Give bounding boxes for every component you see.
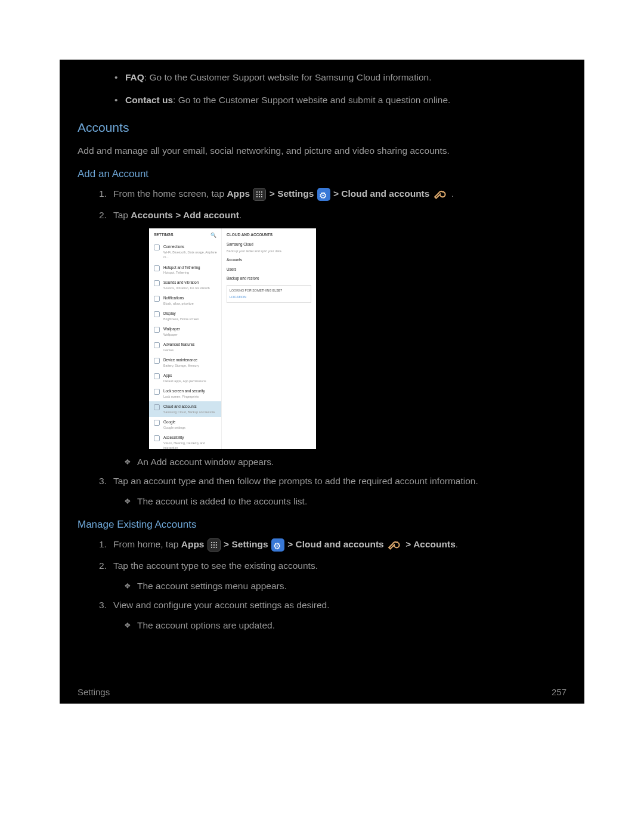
mock-row-sub: Default apps, App permissions	[163, 379, 206, 383]
mock-row: AppsDefault apps, App permissions	[149, 370, 221, 386]
mock-row-title: Wallpaper	[163, 326, 180, 332]
bullet-contact-bold: Contact us	[125, 95, 173, 105]
mock-row-sub: Wallpaper	[163, 332, 180, 337]
label-apps: Apps	[181, 539, 205, 549]
settings-screenshot: SETTINGS 🔍 ConnectionsWi-Fi, Bluetooth, …	[149, 228, 316, 449]
mock-row-icon	[154, 358, 160, 364]
label-settings: Settings	[277, 188, 314, 199]
mock-settings-label: SETTINGS	[154, 232, 174, 239]
mock-row-title: Notifications	[163, 295, 194, 301]
mock-row-icon	[154, 296, 160, 302]
bullet-faq-bold: FAQ	[125, 72, 144, 82]
mock-row-sub: Samsung Cloud, Backup and restore	[163, 410, 215, 414]
mock-right-pane: CLOUD AND ACCOUNTS Samsung Cloud Back up…	[222, 228, 316, 449]
mock-row: Lock screen and securityLock screen, Fin…	[149, 386, 221, 401]
key-icon	[433, 187, 448, 202]
mock-row-title: Lock screen and security	[163, 388, 205, 394]
mock-row-sub: Block, allow, prioritize	[163, 301, 194, 306]
page-footer: Settings 257	[78, 685, 566, 699]
mock-row-icon	[154, 389, 160, 395]
mock-row: WallpaperWallpaper	[149, 324, 221, 339]
apps-icon	[208, 538, 221, 552]
sub-added: The account is added to the accounts lis…	[113, 494, 566, 509]
m-step3-text: View and configure your account settings…	[113, 600, 329, 610]
mock-row-icon	[154, 342, 160, 348]
svg-point-1	[397, 542, 398, 544]
mock-row: NotificationsBlock, allow, prioritize	[149, 293, 221, 308]
mock-row: Cloud and accountsSamsung Cloud, Backup …	[149, 401, 221, 417]
m-sub2: The account settings menu appears.	[113, 579, 566, 593]
step-1: 1. From the home screen, tap Apps > Sett…	[113, 187, 566, 202]
mock-row-text: NotificationsBlock, allow, prioritize	[163, 295, 194, 306]
mock-row-sub: Wi-Fi, Bluetooth, Data usage, Airplane m…	[163, 250, 218, 259]
sep: >	[224, 539, 231, 549]
step-number: 3.	[99, 598, 107, 612]
bullet-faq: FAQ: Go to the Customer Support website …	[78, 70, 566, 85]
step3-text: Tap an account type and then follow the …	[113, 476, 478, 486]
mock-row-text: Sounds and vibrationSounds, Vibration, D…	[163, 280, 210, 290]
heading-add-account: Add an Account	[78, 166, 566, 182]
step-number: 1.	[99, 187, 107, 201]
mock-row-text: Hotspot and TetheringHotspot, Tethering	[163, 265, 200, 275]
period: .	[239, 210, 242, 220]
mock-row-title: Cloud and accounts	[163, 404, 215, 410]
mock-row-title: Google	[163, 419, 185, 425]
mock-row: Sounds and vibrationSounds, Vibration, D…	[149, 277, 221, 293]
mock-row: Hotspot and TetheringHotspot, Tethering	[149, 262, 221, 278]
mock-row-text: GoogleGoogle settings	[163, 419, 185, 430]
mock-row-sub: Google settings	[163, 425, 185, 430]
step-number: 2.	[99, 208, 107, 222]
mock-item: Users	[227, 267, 311, 272]
mock-row-text: Advanced featuresGames	[163, 342, 195, 352]
mock-row-icon	[154, 311, 160, 317]
mock-row-icon	[154, 327, 160, 333]
m-sub3: The account options are updated.	[113, 618, 566, 633]
mock-row-text: ConnectionsWi-Fi, Bluetooth, Data usage,…	[163, 244, 218, 259]
mock-row: AccessibilityVision, Hearing, Dexterity …	[149, 432, 221, 453]
footer-section: Settings	[78, 685, 110, 699]
sep: >	[333, 188, 341, 199]
mock-row-title: Device maintenance	[163, 357, 199, 363]
mock-row-title: Connections	[163, 244, 218, 250]
mock-right-header: CLOUD AND ACCOUNTS	[227, 232, 311, 238]
mock-row-title: Accessibility	[163, 435, 218, 441]
mock-row-sub: Battery, Storage, Memory	[163, 363, 199, 368]
manual-page: FAQ: Go to the Customer Support website …	[60, 60, 584, 704]
mock-row-sub: Sounds, Vibration, Do not disturb	[163, 286, 210, 290]
mock-left-pane: SETTINGS 🔍 ConnectionsWi-Fi, Bluetooth, …	[149, 228, 222, 449]
search-icon: 🔍	[210, 232, 216, 239]
mock-row-text: Lock screen and securityLock screen, Fin…	[163, 388, 205, 399]
m-step-3: 3. View and configure your account setti…	[113, 598, 566, 612]
mock-row-text: Device maintenanceBattery, Storage, Memo…	[163, 357, 199, 368]
key-icon	[387, 537, 402, 553]
sub-add-window: An Add account window appears.	[113, 455, 566, 469]
mock-look-link: LOCATION	[230, 295, 308, 300]
mock-item: Backup and restore	[227, 275, 311, 281]
mock-row-icon	[154, 420, 160, 426]
mock-row-text: WallpaperWallpaper	[163, 326, 180, 337]
label-cloud: Cloud and accounts	[296, 539, 384, 549]
mock-row-title: Hotspot and Tethering	[163, 265, 200, 271]
mock-row-sub: Brightness, Home screen	[163, 317, 199, 321]
m-step-1: 1. From home, tap Apps > Settings > Clou…	[113, 537, 566, 553]
m-step-2: 2. Tap the account type to see the exist…	[113, 559, 566, 573]
m-step1-pre: From home, tap	[113, 539, 181, 549]
svg-point-0	[442, 191, 444, 193]
mock-row-sub: Games	[163, 348, 195, 352]
heading-manage-accounts: Manage Existing Accounts	[78, 517, 566, 532]
step-number: 2.	[99, 559, 107, 573]
label-cloud: Cloud and accounts	[341, 188, 429, 199]
m-step2-text: Tap the account type to see the existing…	[113, 561, 318, 571]
mock-row: DisplayBrightness, Home screen	[149, 308, 221, 324]
mock-row-icon	[154, 404, 160, 410]
step-2: 2. Tap Accounts > Add account.	[113, 208, 566, 222]
manage-steps: 1. From home, tap Apps > Settings > Clou…	[78, 537, 566, 633]
period: .	[451, 188, 454, 199]
mock-row-text: DisplayBrightness, Home screen	[163, 311, 199, 321]
mock-row: Advanced featuresGames	[149, 339, 221, 355]
step1-pre: From the home screen, tap	[113, 188, 227, 199]
mock-row-title: Sounds and vibration	[163, 280, 210, 286]
heading-accounts: Accounts	[78, 118, 566, 138]
mock-item: Accounts	[227, 257, 311, 263]
step-number: 3.	[99, 474, 107, 488]
